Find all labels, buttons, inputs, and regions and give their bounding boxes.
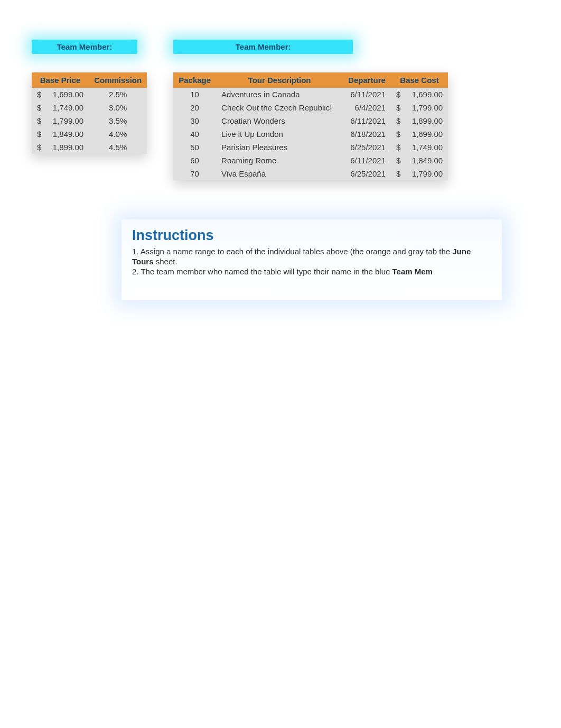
table-row: 50Parisian Pleasures6/25/2021$ 1,749.00 [173, 141, 448, 154]
cell-package: 40 [173, 127, 216, 141]
instruction-bold: Team Mem [392, 267, 433, 276]
table-row: $ 1,899.004.5% [32, 141, 147, 154]
cell-commission: 2.5% [89, 88, 147, 101]
instruction-text: 1. Assign a name range to each of the in… [132, 247, 452, 256]
tours-panel: Team Member: Package Tour Description De… [173, 40, 448, 180]
cell-tour-description: Croatian Wonders [216, 114, 343, 127]
cell-departure: 6/11/2021 [343, 154, 391, 167]
cell-commission: 3.0% [89, 101, 147, 114]
cell-base-cost: $ 1,699.00 [391, 88, 448, 101]
cell-departure: 6/11/2021 [343, 114, 391, 127]
cell-base-price: $ 1,899.00 [32, 141, 89, 154]
header-commission: Commission [89, 72, 147, 88]
table-row: $ 1,749.003.0% [32, 101, 147, 114]
cell-base-cost: $ 1,899.00 [391, 114, 448, 127]
cell-commission: 4.0% [89, 127, 147, 141]
cell-package: 10 [173, 88, 216, 101]
table-header-row: Package Tour Description Departure Base … [173, 72, 448, 88]
cell-tour-description: Roaming Rome [216, 154, 343, 167]
cell-departure: 6/11/2021 [343, 88, 391, 101]
cell-base-cost: $ 1,799.00 [391, 101, 448, 114]
header-base-cost: Base Cost [391, 72, 448, 88]
instruction-text: sheet. [154, 257, 177, 266]
table-row: 20Check Out the Czech Republic!6/4/2021$… [173, 101, 448, 114]
cell-tour-description: Check Out the Czech Republic! [216, 101, 343, 114]
cell-base-cost: $ 1,699.00 [391, 127, 448, 141]
cell-base-price: $ 1,699.00 [32, 88, 89, 101]
team-member-header-left: Team Member: [32, 40, 137, 54]
table-header-row: Base Price Commission [32, 72, 147, 88]
table-row: 70Viva España6/25/2021$ 1,799.00 [173, 167, 448, 180]
cell-base-price: $ 1,849.00 [32, 127, 89, 141]
cell-tour-description: Viva España [216, 167, 343, 180]
commission-panel: Team Member: Base Price Commission $ 1,6… [32, 40, 147, 154]
cell-tour-description: Live it Up London [216, 127, 343, 141]
cell-departure: 6/18/2021 [343, 127, 391, 141]
table-row: 10Adventures in Canada6/11/2021$ 1,699.0… [173, 88, 448, 101]
cell-package: 20 [173, 101, 216, 114]
tours-table: Package Tour Description Departure Base … [173, 72, 448, 180]
cell-departure: 6/25/2021 [343, 141, 391, 154]
cell-base-cost: $ 1,749.00 [391, 141, 448, 154]
table-row: 60Roaming Rome6/11/2021$ 1,849.00 [173, 154, 448, 167]
cell-package: 60 [173, 154, 216, 167]
cell-departure: 6/4/2021 [343, 101, 391, 114]
instruction-line-1: 1. Assign a name range to each of the in… [132, 247, 491, 267]
table-row: $ 1,849.004.0% [32, 127, 147, 141]
table-row: $ 1,799.003.5% [32, 114, 147, 127]
header-package: Package [173, 72, 216, 88]
cell-base-price: $ 1,749.00 [32, 101, 89, 114]
instruction-line-2: 2. The team member who named the table w… [132, 267, 491, 277]
cell-package: 50 [173, 141, 216, 154]
table-row: 40Live it Up London6/18/2021$ 1,699.00 [173, 127, 448, 141]
cell-base-cost: $ 1,849.00 [391, 154, 448, 167]
instruction-text: 2. The team member who named the table w… [132, 267, 392, 276]
cell-base-price: $ 1,799.00 [32, 114, 89, 127]
cell-commission: 4.5% [89, 141, 147, 154]
cell-base-cost: $ 1,799.00 [391, 167, 448, 180]
cell-package: 30 [173, 114, 216, 127]
cell-package: 70 [173, 167, 216, 180]
instructions-box: Instructions 1. Assign a name range to e… [121, 219, 502, 300]
cell-tour-description: Parisian Pleasures [216, 141, 343, 154]
cell-commission: 3.5% [89, 114, 147, 127]
cell-departure: 6/25/2021 [343, 167, 391, 180]
commission-table: Base Price Commission $ 1,699.002.5%$ 1,… [32, 72, 147, 154]
cell-tour-description: Adventures in Canada [216, 88, 343, 101]
table-row: $ 1,699.002.5% [32, 88, 147, 101]
header-tour-description: Tour Description [216, 72, 343, 88]
team-member-header-right: Team Member: [173, 40, 353, 54]
header-base-price: Base Price [32, 72, 89, 88]
instructions-title: Instructions [132, 227, 491, 244]
header-departure: Departure [343, 72, 391, 88]
table-row: 30Croatian Wonders6/11/2021$ 1,899.00 [173, 114, 448, 127]
